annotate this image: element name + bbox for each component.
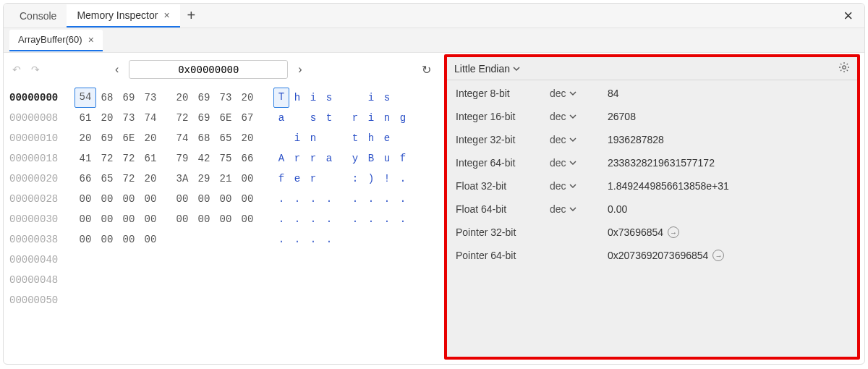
hex-cell[interactable]	[140, 270, 161, 290]
ascii-cell[interactable]	[347, 229, 363, 250]
hex-cell[interactable]	[237, 229, 258, 250]
hex-cell[interactable]: 65	[215, 128, 237, 148]
hex-cell[interactable]: 68	[193, 128, 215, 148]
ascii-cell[interactable]	[379, 250, 395, 270]
ascii-cell[interactable]: .	[305, 209, 321, 229]
hex-cell[interactable]: 00	[118, 229, 140, 250]
ascii-cell[interactable]: i	[363, 108, 379, 128]
ascii-cell[interactable]: B	[363, 148, 379, 169]
hex-cell[interactable]	[215, 290, 237, 310]
hex-cell[interactable]	[171, 250, 193, 270]
value-format-selector[interactable]: dec	[550, 180, 608, 192]
ascii-cell[interactable]: y	[347, 148, 363, 169]
ascii-cell[interactable]: .	[347, 189, 363, 209]
redo-icon[interactable]: ↷	[28, 61, 43, 78]
hex-cell[interactable]: 00	[193, 209, 215, 229]
ascii-cell[interactable]: .	[395, 169, 411, 189]
hex-cell[interactable]	[96, 290, 118, 310]
ascii-cell[interactable]: e	[379, 128, 395, 148]
ascii-cell[interactable]	[273, 290, 289, 310]
ascii-cell[interactable]	[321, 169, 337, 189]
hex-cell[interactable]: 00	[75, 209, 96, 229]
ascii-cell[interactable]	[379, 290, 395, 310]
hex-cell[interactable]: 00	[96, 189, 118, 209]
ascii-cell[interactable]: :	[347, 169, 363, 189]
ascii-cell[interactable]: )	[363, 169, 379, 189]
ascii-cell[interactable]	[363, 250, 379, 270]
hex-cell[interactable]	[140, 250, 161, 270]
hex-cell[interactable]: 69	[96, 128, 118, 148]
hex-cell[interactable]: 69	[193, 108, 215, 128]
ascii-cell[interactable]: .	[289, 229, 305, 250]
hex-cell[interactable]	[171, 270, 193, 290]
ascii-cell[interactable]	[395, 290, 411, 310]
ascii-cell[interactable]	[289, 108, 305, 128]
hex-cell[interactable]: 67	[237, 108, 258, 128]
hex-cell[interactable]: 68	[96, 88, 118, 108]
hex-cell[interactable]	[193, 229, 215, 250]
hex-cell[interactable]	[237, 250, 258, 270]
hex-cell[interactable]: 74	[171, 128, 193, 148]
ascii-cell[interactable]: t	[347, 128, 363, 148]
ascii-cell[interactable]: r	[305, 148, 321, 169]
hex-cell[interactable]	[237, 270, 258, 290]
ascii-cell[interactable]: .	[363, 209, 379, 229]
hex-cell[interactable]: 66	[75, 169, 96, 189]
hex-cell[interactable]: 61	[140, 148, 161, 169]
ascii-cell[interactable]	[321, 270, 337, 290]
ascii-cell[interactable]: i	[305, 88, 321, 108]
hex-cell[interactable]: 72	[118, 169, 140, 189]
hex-cell[interactable]	[215, 250, 237, 270]
ascii-cell[interactable]: n	[379, 108, 395, 128]
ascii-cell[interactable]: n	[305, 128, 321, 148]
hex-cell[interactable]: 69	[193, 88, 215, 108]
ascii-cell[interactable]	[273, 270, 289, 290]
ascii-cell[interactable]: .	[395, 209, 411, 229]
hex-cell[interactable]: 41	[75, 148, 96, 169]
ascii-cell[interactable]	[305, 250, 321, 270]
hex-cell[interactable]: 00	[171, 189, 193, 209]
hex-cell[interactable]: 42	[193, 148, 215, 169]
value-format-selector[interactable]: dec	[550, 134, 608, 145]
ascii-cell[interactable]	[347, 290, 363, 310]
hex-cell[interactable]: 00	[75, 189, 96, 209]
hex-cell[interactable]: 6E	[118, 128, 140, 148]
ascii-cell[interactable]	[289, 270, 305, 290]
hex-cell[interactable]: 20	[237, 88, 258, 108]
value-format-selector[interactable]: dec	[550, 88, 608, 99]
hex-cell[interactable]: 00	[215, 209, 237, 229]
ascii-cell[interactable]: f	[273, 169, 289, 189]
ascii-cell[interactable]	[305, 270, 321, 290]
ascii-cell[interactable]	[379, 229, 395, 250]
ascii-cell[interactable]: .	[363, 189, 379, 209]
jump-to-address-icon[interactable]: →	[712, 250, 724, 261]
hex-cell[interactable]	[171, 290, 193, 310]
ascii-cell[interactable]: T	[273, 88, 289, 108]
hex-cell[interactable]: 00	[118, 209, 140, 229]
ascii-cell[interactable]: i	[289, 128, 305, 148]
hex-cell[interactable]	[140, 290, 161, 310]
ascii-cell[interactable]: s	[379, 88, 395, 108]
ascii-cell[interactable]	[363, 229, 379, 250]
hex-cell[interactable]: 00	[96, 229, 118, 250]
hex-cell[interactable]: 74	[140, 108, 161, 128]
ascii-cell[interactable]: .	[347, 209, 363, 229]
hex-cell[interactable]: 69	[118, 88, 140, 108]
hex-cell[interactable]: 73	[118, 108, 140, 128]
hex-cell[interactable]	[237, 290, 258, 310]
ascii-cell[interactable]: .	[321, 229, 337, 250]
hex-cell[interactable]	[118, 270, 140, 290]
ascii-cell[interactable]: .	[305, 189, 321, 209]
ascii-cell[interactable]: i	[363, 88, 379, 108]
add-tab-button[interactable]: +	[180, 7, 203, 24]
hex-cell[interactable]: 00	[237, 209, 258, 229]
ascii-cell[interactable]: e	[289, 169, 305, 189]
hex-cell[interactable]	[193, 250, 215, 270]
hex-cell[interactable]: 72	[118, 148, 140, 169]
hex-cell[interactable]	[96, 250, 118, 270]
next-page-icon[interactable]: ›	[292, 60, 307, 79]
prev-page-icon[interactable]: ‹	[109, 60, 124, 79]
ascii-cell[interactable]: .	[289, 189, 305, 209]
hex-cell[interactable]: 6E	[215, 108, 237, 128]
ascii-cell[interactable]	[395, 128, 411, 148]
